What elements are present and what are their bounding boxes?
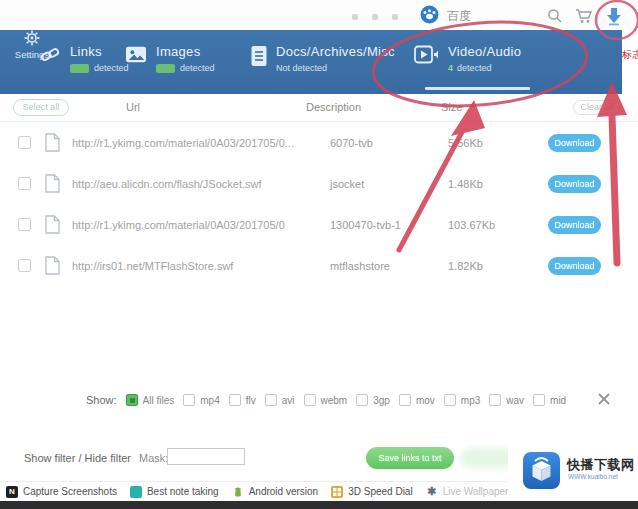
download-button[interactable]: Download <box>548 175 601 193</box>
table-row: http://aeu.alicdn.com/flash/JSocket.swf … <box>0 163 638 204</box>
detected-count: 4 <box>448 63 453 73</box>
checkbox-checked[interactable] <box>126 394 138 406</box>
filter-option-wav[interactable]: wav <box>489 394 524 406</box>
cart-icon[interactable] <box>575 8 593 24</box>
description-cell: jsocket <box>330 178 436 190</box>
size-cell: 1.82Kb <box>448 260 537 272</box>
checkbox[interactable] <box>444 394 456 406</box>
video-audio-icon <box>414 45 440 65</box>
url-cell: http://r1.ykimg.com/material/0A03/201705… <box>72 137 318 149</box>
checkbox[interactable] <box>265 394 277 406</box>
tab-label: Links <box>70 44 129 59</box>
tab-status: Not detected <box>276 63 327 73</box>
window-bottom-edge <box>0 501 638 509</box>
checkbox[interactable] <box>304 394 316 406</box>
checkbox[interactable] <box>533 394 545 406</box>
file-type-filter-bar: Show: All files mp4 flv avi webm 3gp mov… <box>86 390 575 410</box>
tab-label: Docs/Archives/Misc <box>276 44 395 59</box>
search-icon[interactable] <box>547 8 563 24</box>
clear-all-button[interactable]: Clear all <box>573 100 621 115</box>
extension-popup-window: 百度 Links <box>0 0 638 509</box>
baidu-paw-icon[interactable] <box>420 5 439 24</box>
checkbox[interactable] <box>399 394 411 406</box>
table-row: http://r1.ykimg.com/material/0A03/201705… <box>0 204 638 245</box>
speed-dial-icon <box>331 486 343 498</box>
row-checkbox[interactable] <box>18 177 31 190</box>
filter-option-avi[interactable]: avi <box>265 394 295 406</box>
filter-option-all-files[interactable]: All files <box>126 394 175 406</box>
checkbox[interactable] <box>183 394 195 406</box>
download-button[interactable]: Download <box>548 257 601 275</box>
checkbox[interactable] <box>356 394 368 406</box>
column-header-size: Size <box>441 101 462 113</box>
filter-option-flv[interactable]: flv <box>229 394 256 406</box>
toolbar-icon[interactable] <box>392 14 398 20</box>
url-cell: http://aeu.alicdn.com/flash/JSocket.swf <box>72 178 318 190</box>
mask-input[interactable] <box>167 448 245 465</box>
toolbar-icon[interactable] <box>372 14 378 20</box>
size-cell: 5.56Kb <box>448 137 537 149</box>
download-button[interactable]: Download <box>548 216 601 234</box>
site-watermark: 快播下载网 WWW.kuaibo.net <box>508 443 638 498</box>
column-header-url: Url <box>126 101 140 113</box>
note-taking-icon <box>130 486 142 498</box>
tab-images[interactable]: Images detected <box>124 44 215 73</box>
show-hide-filter-link[interactable]: Show filter / Hide filter <box>24 452 131 464</box>
watermark-title: 快播下载网 <box>567 456 635 474</box>
file-icon <box>45 174 60 193</box>
checkbox[interactable] <box>229 394 241 406</box>
bookmark-android-version[interactable]: Android version <box>232 486 318 498</box>
bookmark-live-wallpapers[interactable]: ✱ Live Wallpapers <box>426 486 514 498</box>
watermark-logo-icon <box>523 452 560 489</box>
close-icon[interactable] <box>596 391 612 407</box>
bookmark-3d-speed-dial[interactable]: 3D Speed Dial <box>331 486 412 498</box>
description-cell: 1300470-tvb-1 <box>330 219 436 231</box>
image-icon <box>124 45 148 65</box>
filter-option-webm[interactable]: webm <box>304 394 348 406</box>
active-tab-underline <box>425 87 530 90</box>
document-icon <box>250 45 268 67</box>
bookmark-capture-screenshots[interactable]: N Capture Screenshots <box>6 486 117 498</box>
save-links-button[interactable]: Save links to txt <box>366 447 454 469</box>
download-extension-icon[interactable] <box>604 6 624 26</box>
download-button[interactable]: Download <box>548 134 601 152</box>
table-row: http://irs01.net/MTFlashStore.swf mtflas… <box>0 245 638 286</box>
filter-option-mid[interactable]: mid <box>533 394 566 406</box>
tab-docs-archives-misc[interactable]: Docs/Archives/Misc Not detected <box>250 44 395 73</box>
size-cell: 103.67Kb <box>448 219 537 231</box>
watermark-url: WWW.kuaibo.net <box>568 473 618 480</box>
row-checkbox[interactable] <box>18 218 31 231</box>
wallpapers-icon: ✱ <box>426 486 438 498</box>
checkbox[interactable] <box>489 394 501 406</box>
tab-video-audio[interactable]: Video/Audio 4 detected <box>414 44 521 73</box>
bookmark-best-note-taking[interactable]: Best note taking <box>130 486 219 498</box>
table-row: http://r1.ykimg.com/material/0A03/201705… <box>0 122 638 163</box>
row-checkbox[interactable] <box>18 136 31 149</box>
android-icon <box>232 486 244 498</box>
bookmark-label[interactable]: 百度 <box>447 8 471 25</box>
detected-count-badge <box>70 64 89 73</box>
tab-links[interactable]: Links detected <box>38 44 129 73</box>
link-icon <box>38 45 62 65</box>
url-cell: http://irs01.net/MTFlashStore.swf <box>72 260 318 272</box>
url-cell: http://r1.ykimg.com/material/0A03/201705… <box>72 219 318 231</box>
row-checkbox[interactable] <box>18 259 31 272</box>
filter-option-3gp[interactable]: 3gp <box>356 394 390 406</box>
file-icon <box>45 256 60 275</box>
media-list: http://r1.ykimg.com/material/0A03/201705… <box>0 122 638 286</box>
filter-option-mp4[interactable]: mp4 <box>183 394 219 406</box>
red-annotation-note: 标志 <box>621 49 638 60</box>
toolbar-icon[interactable] <box>352 14 358 20</box>
filter-option-mov[interactable]: mov <box>399 394 435 406</box>
file-icon <box>45 133 60 152</box>
description-cell: mtflashstore <box>330 260 436 272</box>
tab-label: Images <box>156 44 215 59</box>
select-all-button[interactable]: Select all <box>13 99 69 116</box>
detector-tab-bar: Links detected Images detected <box>0 30 622 94</box>
size-cell: 1.48Kb <box>448 178 537 190</box>
filter-option-mp3[interactable]: mp3 <box>444 394 480 406</box>
tab-status: detected <box>180 63 215 73</box>
capture-screenshots-icon: N <box>6 486 18 498</box>
description-cell: 6070-tvb <box>330 137 436 149</box>
tab-label: Video/Audio <box>448 44 521 59</box>
